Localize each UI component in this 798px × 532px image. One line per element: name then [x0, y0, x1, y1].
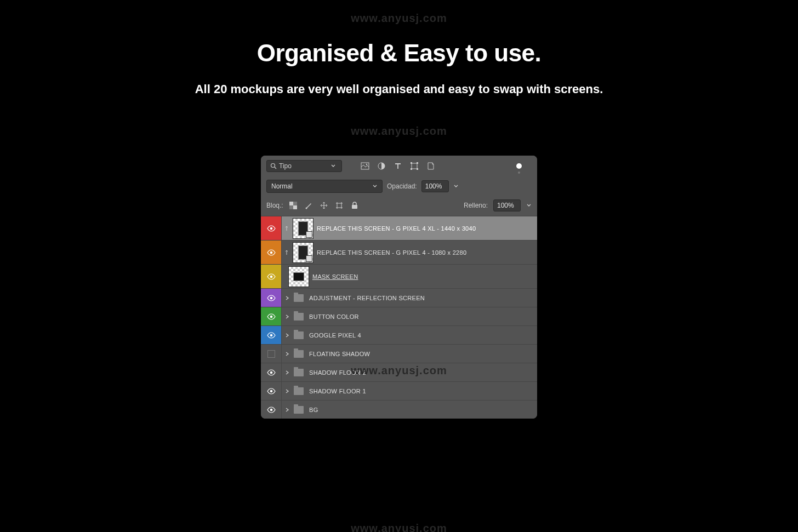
filter-icons-row — [361, 162, 435, 170]
filter-shape-icon[interactable] — [410, 162, 419, 170]
layer-name-label[interactable]: SHADOW FLOOR 1 — [309, 388, 366, 394]
layer-name-label[interactable]: ADJUSTMENT - REFLECTION SCREEN — [309, 295, 425, 301]
lock-move-icon[interactable] — [320, 201, 328, 210]
visibility-toggle[interactable] — [261, 401, 282, 419]
layer-name-label[interactable]: FLOATING SHADOW — [309, 351, 370, 357]
lock-all-icon[interactable] — [350, 201, 359, 210]
layer-row[interactable]: GOOGLE PIXEL 4 — [261, 325, 537, 344]
blend-mode-value: Normal — [271, 182, 372, 190]
expand-toggle[interactable] — [282, 296, 293, 300]
visibility-toggle[interactable] — [261, 307, 282, 325]
blend-mode-select[interactable]: Normal — [266, 180, 383, 193]
svg-point-22 — [270, 334, 272, 336]
chevron-down-icon[interactable] — [526, 203, 532, 208]
svg-rect-5 — [412, 163, 417, 169]
svg-point-25 — [270, 408, 272, 411]
visibility-toggle[interactable] — [261, 326, 282, 344]
filter-type-icon[interactable] — [394, 162, 402, 170]
svg-rect-15 — [337, 203, 341, 208]
folder-icon — [294, 369, 304, 376]
svg-point-18 — [270, 251, 272, 254]
svg-rect-12 — [293, 202, 297, 205]
lock-brush-icon[interactable] — [304, 201, 313, 210]
layer-filter-select[interactable]: Tipo — [266, 160, 342, 172]
layer-thumbnail[interactable] — [293, 218, 314, 239]
layer-row[interactable]: REPLACE THIS SCREEN - G PIXEL 4 XL - 144… — [261, 216, 537, 240]
svg-point-24 — [270, 390, 272, 392]
chevron-down-icon[interactable] — [453, 184, 459, 189]
search-icon — [270, 163, 277, 169]
watermark: www.anyusj.com — [351, 364, 447, 377]
layer-name-label[interactable]: GOOGLE PIXEL 4 — [309, 332, 361, 339]
svg-rect-6 — [411, 162, 412, 164]
svg-point-14 — [305, 208, 307, 209]
folder-icon — [294, 331, 304, 339]
filter-adjust-icon[interactable] — [377, 162, 386, 170]
layers-list: REPLACE THIS SCREEN - G PIXEL 4 XL - 144… — [261, 216, 537, 419]
watermark: www.anyusj.com — [351, 522, 447, 532]
visibility-toggle[interactable] — [261, 216, 282, 240]
layer-row[interactable]: REPLACE THIS SCREEN - G PIXEL 4 - 1080 x… — [261, 240, 537, 264]
layer-row[interactable]: MASK SCREEN — [261, 264, 537, 288]
svg-point-21 — [270, 315, 272, 318]
panel-toggle-slider[interactable] — [516, 163, 522, 169]
svg-point-23 — [270, 371, 272, 374]
layer-row[interactable]: FLOATING SHADOW — [261, 344, 537, 363]
layer-name-label[interactable]: BUTTON COLOR — [309, 313, 359, 320]
visibility-off-box — [267, 350, 275, 358]
layer-row[interactable]: BUTTON COLOR — [261, 307, 537, 325]
visibility-toggle[interactable] — [261, 382, 282, 400]
fill-label: Relleno: — [464, 202, 488, 209]
folder-icon — [294, 350, 304, 358]
layer-thumbnail[interactable] — [293, 242, 314, 263]
blend-opacity-row: Normal Opacidad: 100% — [261, 176, 537, 196]
svg-rect-9 — [417, 168, 418, 170]
expand-toggle[interactable] — [282, 370, 293, 375]
layer-thumbnail[interactable] — [288, 266, 309, 287]
visibility-toggle[interactable] — [261, 265, 282, 288]
visibility-toggle[interactable] — [261, 289, 282, 307]
lock-transparency-icon[interactable] — [289, 201, 298, 210]
layer-row[interactable]: ADJUSTMENT - REFLECTION SCREEN — [261, 288, 537, 307]
svg-point-19 — [270, 275, 272, 278]
lock-artboard-icon[interactable] — [335, 201, 344, 210]
fill-value: 100% — [497, 202, 517, 209]
watermark: www.anyusj.com — [351, 125, 447, 138]
visibility-toggle[interactable] — [261, 345, 282, 363]
folder-icon — [294, 294, 304, 302]
watermark: www.anyusj.com — [351, 12, 447, 25]
fill-input[interactable]: 100% — [493, 199, 521, 211]
svg-point-20 — [270, 296, 272, 299]
layer-row[interactable]: BG — [261, 400, 537, 419]
svg-rect-7 — [417, 162, 418, 164]
folder-icon — [294, 387, 304, 395]
folder-icon — [294, 313, 304, 321]
chevron-down-icon — [330, 163, 336, 169]
filter-smart-icon[interactable] — [426, 162, 435, 170]
layer-name-label[interactable]: REPLACE THIS SCREEN - G PIXEL 4 - 1080 x… — [317, 249, 466, 256]
layer-filter-label: Tipo — [279, 162, 330, 170]
opacity-input[interactable]: 100% — [421, 180, 449, 192]
visibility-toggle[interactable] — [261, 241, 282, 264]
page-subtitle: All 20 mockups are very well organised a… — [0, 82, 798, 96]
expand-toggle[interactable] — [282, 408, 293, 412]
layer-name-label[interactable]: MASK SCREEN — [312, 273, 358, 280]
lock-fill-row: Bloq.: Relleno: 100% — [261, 196, 537, 216]
opacity-label: Opacidad: — [387, 182, 417, 190]
filter-pixel-icon[interactable] — [361, 162, 369, 170]
svg-rect-13 — [289, 205, 293, 209]
folder-icon — [294, 406, 304, 414]
expand-toggle[interactable] — [282, 389, 293, 393]
expand-toggle[interactable] — [282, 333, 293, 337]
expand-toggle[interactable] — [282, 314, 293, 319]
layers-panel: Tipo Normal Opacidad: 100% Bloq.: — [261, 156, 537, 419]
svg-rect-8 — [411, 168, 412, 170]
layer-name-label[interactable]: BG — [309, 407, 318, 413]
visibility-toggle[interactable] — [261, 363, 282, 381]
layer-row[interactable]: SHADOW FLOOR 1 — [261, 381, 537, 400]
chevron-down-icon — [372, 184, 378, 189]
expand-toggle[interactable] — [282, 352, 293, 356]
link-indicator — [282, 249, 292, 256]
layer-name-label[interactable]: REPLACE THIS SCREEN - G PIXEL 4 XL - 144… — [317, 225, 476, 232]
svg-point-0 — [271, 164, 275, 168]
